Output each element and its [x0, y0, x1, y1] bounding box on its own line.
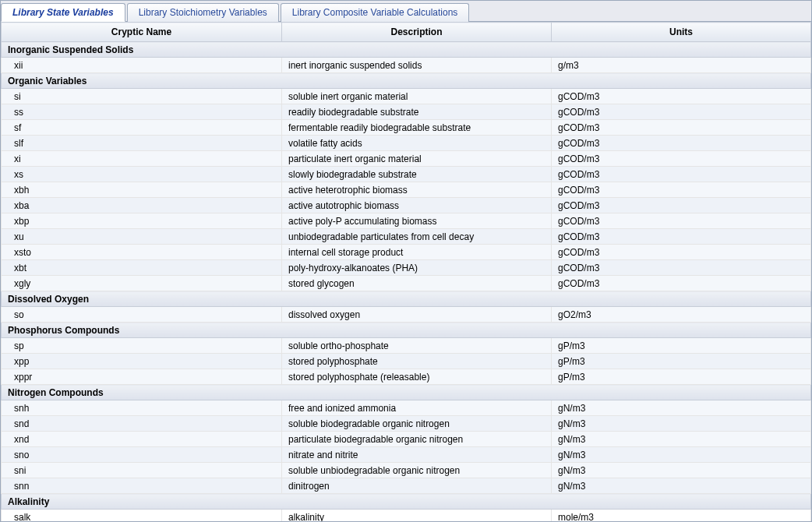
cell-cryptic-name: xii: [2, 58, 282, 73]
cell-units: gN/m3: [552, 400, 811, 416]
table-row[interactable]: xiiinert inorganic suspended solidsg/m3: [2, 58, 811, 73]
table-row[interactable]: xuunbiodegradable particulates from cell…: [2, 229, 811, 245]
cell-units: gCOD/m3: [552, 182, 811, 198]
cell-cryptic-name: slf: [2, 136, 282, 151]
cell-description: slowly biodegradable substrate: [282, 167, 552, 182]
cell-cryptic-name: xbh: [2, 182, 282, 198]
table-scroll-area[interactable]: Cryptic Name Description Units Inorganic…: [1, 22, 811, 522]
cell-description: inert inorganic suspended solids: [282, 58, 552, 73]
cell-cryptic-name: snh: [2, 400, 282, 416]
cell-units: gCOD/m3: [552, 120, 811, 136]
cell-cryptic-name: xgly: [2, 276, 282, 291]
cell-description: stored glycogen: [282, 276, 552, 291]
cell-description: readily biodegradable substrate: [282, 104, 552, 120]
cell-description: poly-hydroxy-alkanoates (PHA): [282, 260, 552, 276]
table-row[interactable]: xbpactive poly-P accumulating biomassgCO…: [2, 213, 811, 229]
cell-description: soluble unbiodegradable organic nitrogen: [282, 463, 552, 478]
table-row[interactable]: xglystored glycogengCOD/m3: [2, 276, 811, 291]
tab-bar: Library State VariablesLibrary Stoichiom…: [1, 1, 811, 22]
cell-description: alkalinity: [282, 510, 552, 523]
column-header-description[interactable]: Description: [282, 23, 552, 42]
column-header-units[interactable]: Units: [552, 23, 811, 42]
cell-units: gP/m3: [552, 338, 811, 354]
cell-cryptic-name: xs: [2, 167, 282, 182]
cell-description: stored polyphosphate (releasable): [282, 369, 552, 385]
tab-library-state-variables[interactable]: Library State Variables: [1, 3, 125, 22]
cell-cryptic-name: si: [2, 89, 282, 104]
cell-cryptic-name: salk: [2, 510, 282, 523]
table-row[interactable]: sisoluble inert organic materialgCOD/m3: [2, 89, 811, 104]
cell-description: active heterotrophic biomass: [282, 182, 552, 198]
table-row[interactable]: xndparticulate biodegradable organic nit…: [2, 432, 811, 447]
cell-description: nitrate and nitrite: [282, 447, 552, 463]
section-header: Organic Variables: [2, 73, 811, 89]
table-row[interactable]: snndinitrogengN/m3: [2, 478, 811, 494]
table-row[interactable]: salkalkalinitymole/m3: [2, 510, 811, 523]
cell-cryptic-name: so: [2, 307, 282, 323]
cell-cryptic-name: xpp: [2, 354, 282, 369]
cell-description: soluble ortho-phosphate: [282, 338, 552, 354]
table-row[interactable]: xbhactive heterotrophic biomassgCOD/m3: [2, 182, 811, 198]
cell-units: gN/m3: [552, 416, 811, 432]
cell-units: mole/m3: [552, 510, 811, 523]
table-row[interactable]: xppstored polyphosphategP/m3: [2, 354, 811, 369]
cell-description: internal cell storage product: [282, 245, 552, 260]
cell-description: active poly-P accumulating biomass: [282, 213, 552, 229]
table-row[interactable]: sffermentable readily biodegradable subs…: [2, 120, 811, 136]
cell-cryptic-name: sni: [2, 463, 282, 478]
table-row[interactable]: sodissolved oxygengO2/m3: [2, 307, 811, 323]
table-row[interactable]: snonitrate and nitritegN/m3: [2, 447, 811, 463]
cell-units: gCOD/m3: [552, 260, 811, 276]
tab-library-stoichiometry-variables[interactable]: Library Stoichiometry Variables: [127, 3, 279, 22]
cell-units: gCOD/m3: [552, 167, 811, 182]
cell-units: g/m3: [552, 58, 811, 73]
table-row[interactable]: xsslowly biodegradable substrategCOD/m3: [2, 167, 811, 182]
cell-units: gP/m3: [552, 354, 811, 369]
table-row[interactable]: xbaactive autotrophic biomassgCOD/m3: [2, 198, 811, 213]
section-header: Inorganic Suspended Solids: [2, 42, 811, 58]
cell-description: dissolved oxygen: [282, 307, 552, 323]
cell-cryptic-name: snn: [2, 478, 282, 494]
cell-cryptic-name: snd: [2, 416, 282, 432]
table-row[interactable]: snisoluble unbiodegradable organic nitro…: [2, 463, 811, 478]
cell-units: gCOD/m3: [552, 276, 811, 291]
cell-cryptic-name: xppr: [2, 369, 282, 385]
column-header-cryptic-name[interactable]: Cryptic Name: [2, 23, 282, 42]
cell-cryptic-name: xsto: [2, 245, 282, 260]
state-variables-table: Cryptic Name Description Units Inorganic…: [1, 22, 811, 522]
table-row[interactable]: ssreadily biodegradable substrategCOD/m3: [2, 104, 811, 120]
table-row[interactable]: xpprstored polyphosphate (releasable)gP/…: [2, 369, 811, 385]
cell-description: fermentable readily biodegradable substr…: [282, 120, 552, 136]
cell-cryptic-name: xu: [2, 229, 282, 245]
cell-description: particulate inert organic material: [282, 151, 552, 167]
table-row[interactable]: xbtpoly-hydroxy-alkanoates (PHA)gCOD/m3: [2, 260, 811, 276]
cell-description: dinitrogen: [282, 478, 552, 494]
cell-description: free and ionized ammonia: [282, 400, 552, 416]
cell-units: gCOD/m3: [552, 198, 811, 213]
cell-units: gCOD/m3: [552, 151, 811, 167]
cell-units: gN/m3: [552, 478, 811, 494]
tab-library-composite-variable-calculations[interactable]: Library Composite Variable Calculations: [281, 3, 470, 22]
cell-description: active autotrophic biomass: [282, 198, 552, 213]
cell-cryptic-name: xba: [2, 198, 282, 213]
cell-cryptic-name: xbp: [2, 213, 282, 229]
table-row[interactable]: xiparticulate inert organic materialgCOD…: [2, 151, 811, 167]
section-header: Nitrogen Compounds: [2, 385, 811, 400]
cell-cryptic-name: xi: [2, 151, 282, 167]
cell-description: unbiodegradable particulates from cell d…: [282, 229, 552, 245]
cell-description: stored polyphosphate: [282, 354, 552, 369]
section-header: Phosphorus Compounds: [2, 323, 811, 338]
cell-units: gCOD/m3: [552, 229, 811, 245]
cell-cryptic-name: sno: [2, 447, 282, 463]
cell-units: gCOD/m3: [552, 89, 811, 104]
table-row[interactable]: slfvolatile fatty acidsgCOD/m3: [2, 136, 811, 151]
cell-cryptic-name: ss: [2, 104, 282, 120]
table-row[interactable]: xstointernal cell storage productgCOD/m3: [2, 245, 811, 260]
cell-cryptic-name: sf: [2, 120, 282, 136]
cell-units: gCOD/m3: [552, 104, 811, 120]
table-row[interactable]: sndsoluble biodegradable organic nitroge…: [2, 416, 811, 432]
cell-units: gN/m3: [552, 447, 811, 463]
cell-units: gCOD/m3: [552, 136, 811, 151]
table-row[interactable]: spsoluble ortho-phosphategP/m3: [2, 338, 811, 354]
table-row[interactable]: snhfree and ionized ammoniagN/m3: [2, 400, 811, 416]
